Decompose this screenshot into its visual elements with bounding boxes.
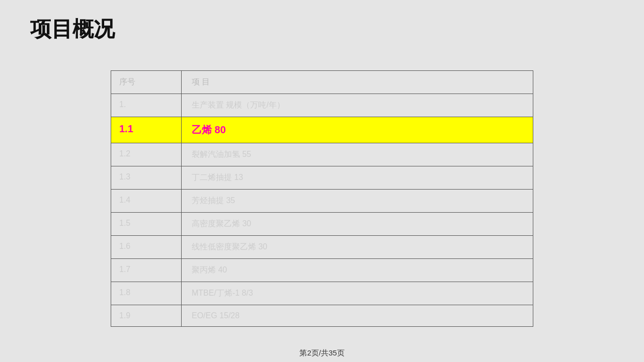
row-content-1-1: 乙烯 80 bbox=[182, 117, 533, 143]
table-header-row: 序号 项 目 bbox=[111, 71, 533, 94]
page-footer: 第2页/共35页 bbox=[0, 348, 644, 358]
row-num-1-6: 1.6 bbox=[111, 236, 182, 258]
row-content-1-7: 聚丙烯 40 bbox=[182, 259, 533, 282]
row-num-1-2: 1.2 bbox=[111, 143, 182, 166]
row-num-1-9: 1.9 bbox=[111, 305, 182, 326]
header-col-content: 项 目 bbox=[182, 71, 533, 94]
row-content-1-6: 线性低密度聚乙烯 30 bbox=[182, 236, 533, 258]
row-num-1-5: 1.5 bbox=[111, 213, 182, 235]
table-row: 1.3丁二烯抽提 13 bbox=[111, 166, 533, 190]
table-row: 1.5高密度聚乙烯 30 bbox=[111, 213, 533, 236]
row-content-1-3: 丁二烯抽提 13 bbox=[182, 166, 533, 189]
table-row: 1.4芳烃抽提 35 bbox=[111, 190, 533, 213]
header-col-num: 序号 bbox=[111, 71, 182, 94]
table-row: 1.2裂解汽油加氢 55 bbox=[111, 143, 533, 166]
row-content-1-2: 裂解汽油加氢 55 bbox=[182, 143, 533, 166]
row-num-1-3: 1.3 bbox=[111, 166, 182, 189]
row-content-1-9: EO/EG 15/28 bbox=[182, 305, 533, 326]
row-content-1-4: 芳烃抽提 35 bbox=[182, 190, 533, 212]
table-body: 1.生产装置 规模（万吨/年）1.1乙烯 801.2裂解汽油加氢 551.3丁二… bbox=[111, 94, 533, 326]
row-num-1-: 1. bbox=[111, 94, 182, 117]
page-title: 项目概况 bbox=[30, 15, 115, 43]
row-content-1-8: MTBE/丁烯-1 8/3 bbox=[182, 282, 533, 305]
table-row: 1.6线性低密度聚乙烯 30 bbox=[111, 236, 533, 259]
row-num-1-4: 1.4 bbox=[111, 190, 182, 212]
main-table: 序号 项 目 1.生产装置 规模（万吨/年）1.1乙烯 801.2裂解汽油加氢 … bbox=[111, 70, 533, 327]
row-num-1-7: 1.7 bbox=[111, 259, 182, 282]
row-num-1-1: 1.1 bbox=[111, 117, 182, 143]
table-row: 1.7聚丙烯 40 bbox=[111, 259, 533, 282]
table-row: 1.8MTBE/丁烯-1 8/3 bbox=[111, 282, 533, 305]
table-row: 1.9EO/EG 15/28 bbox=[111, 305, 533, 326]
table-row: 1.生产装置 规模（万吨/年） bbox=[111, 94, 533, 117]
row-content-1-: 生产装置 规模（万吨/年） bbox=[182, 94, 533, 117]
row-content-1-5: 高密度聚乙烯 30 bbox=[182, 213, 533, 235]
table-row: 1.1乙烯 80 bbox=[111, 117, 533, 143]
row-num-1-8: 1.8 bbox=[111, 282, 182, 305]
